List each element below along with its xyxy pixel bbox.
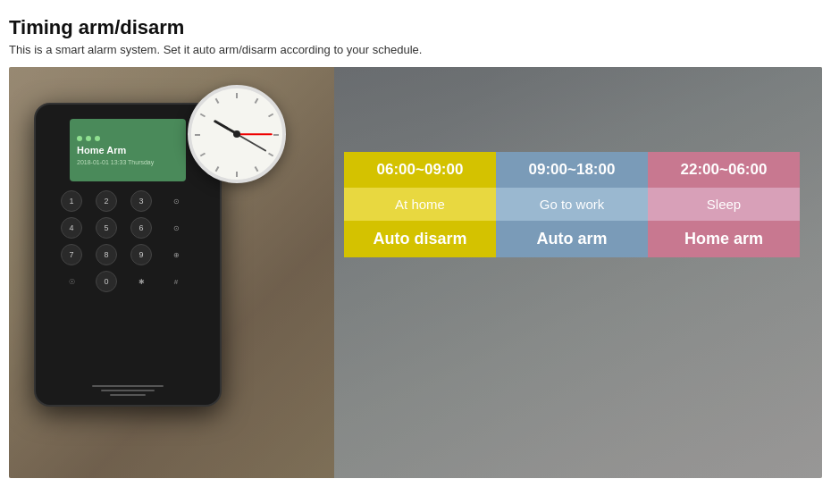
page-subtitle: This is a smart alarm system. Set it aut… (9, 43, 822, 56)
tick-8 (200, 153, 206, 157)
page-title: Timing arm/disarm (9, 16, 822, 39)
mode-work-label: Go to work (540, 197, 605, 212)
tick-7 (215, 166, 220, 172)
key-star[interactable]: ✱ (130, 271, 152, 292)
mode-cell-sleep: Sleep (648, 188, 800, 221)
minute-hand (237, 133, 267, 152)
schedule-table: 06:00~09:00 09:00~18:00 22:00~06:00 At h… (344, 152, 800, 257)
key-target[interactable]: ⊕ (165, 244, 187, 265)
time-cell-day: 09:00~18:00 (496, 152, 648, 188)
tick-11 (215, 98, 220, 104)
key-6[interactable]: 6 (130, 217, 152, 239)
wifi-icon (86, 136, 91, 141)
tick-2 (268, 113, 273, 118)
key-4[interactable]: 4 (61, 217, 82, 239)
action-cell-arm: Auto arm (496, 221, 648, 257)
mode-cell-home: At home (344, 188, 496, 221)
action-cell-home-arm: Home arm (648, 221, 800, 257)
action-home-arm-label: Home arm (684, 230, 763, 248)
time-morning-label: 06:00~09:00 (377, 161, 464, 179)
line-1 (92, 385, 164, 387)
key-5[interactable]: 5 (96, 217, 117, 239)
line-3 (110, 394, 146, 396)
signal-icon (77, 136, 82, 141)
key-lock[interactable]: ⊙ (165, 190, 187, 212)
key-1[interactable]: 1 (61, 190, 82, 212)
schedule-action-row: Auto disarm Auto arm Home arm (344, 221, 800, 257)
key-camera[interactable]: ☉ (61, 271, 82, 292)
key-3[interactable]: 3 (130, 190, 152, 212)
second-hand (237, 133, 273, 135)
main-image: Home Arm 2018-01-01 13:33 Thursday 1 2 3… (9, 67, 822, 478)
mode-cell-work: Go to work (496, 188, 648, 221)
screen-status-icons (77, 136, 100, 141)
action-cell-disarm: Auto disarm (344, 221, 496, 257)
tick-4 (268, 153, 273, 157)
key-2[interactable]: 2 (96, 190, 117, 212)
clock-center-dot (233, 130, 240, 138)
tick-1 (255, 98, 259, 104)
tick-5 (255, 166, 259, 172)
tick-12 (236, 93, 238, 98)
clock (188, 85, 286, 183)
tick-3 (273, 134, 279, 136)
action-disarm-label: Auto disarm (373, 230, 466, 248)
schedule-time-row: 06:00~09:00 09:00~18:00 22:00~06:00 (344, 152, 800, 188)
time-day-label: 09:00~18:00 (529, 161, 616, 179)
tick-10 (200, 113, 206, 118)
tick-9 (195, 134, 200, 136)
device-screen: Home Arm 2018-01-01 13:33 Thursday (70, 119, 186, 181)
keypad: 1 2 3 ⊙ 4 5 6 ⊙ 7 8 9 ⊕ ☉ 0 ✱ # (61, 190, 195, 292)
mode-sleep-label: Sleep (707, 197, 741, 212)
screen-date: 2018-01-01 13:33 Thursday (77, 159, 154, 165)
key-7[interactable]: 7 (61, 244, 82, 265)
key-8[interactable]: 8 (96, 244, 117, 265)
line-2 (101, 390, 155, 391)
clock-face (188, 85, 286, 183)
action-arm-label: Auto arm (536, 230, 607, 248)
time-cell-morning: 06:00~09:00 (344, 152, 496, 188)
key-9[interactable]: 9 (130, 244, 152, 265)
time-cell-night: 22:00~06:00 (648, 152, 800, 188)
mode-home-label: At home (395, 197, 445, 212)
key-hash[interactable]: # (165, 271, 187, 292)
battery-icon (95, 136, 100, 141)
schedule-mode-row: At home Go to work Sleep (344, 188, 800, 221)
tick-6 (236, 172, 238, 177)
key-0[interactable]: 0 (96, 271, 117, 292)
screen-arm-status: Home Arm (77, 145, 126, 155)
key-arm[interactable]: ⊙ (165, 217, 187, 239)
device-decorative-lines (92, 385, 164, 396)
time-night-label: 22:00~06:00 (681, 161, 768, 179)
